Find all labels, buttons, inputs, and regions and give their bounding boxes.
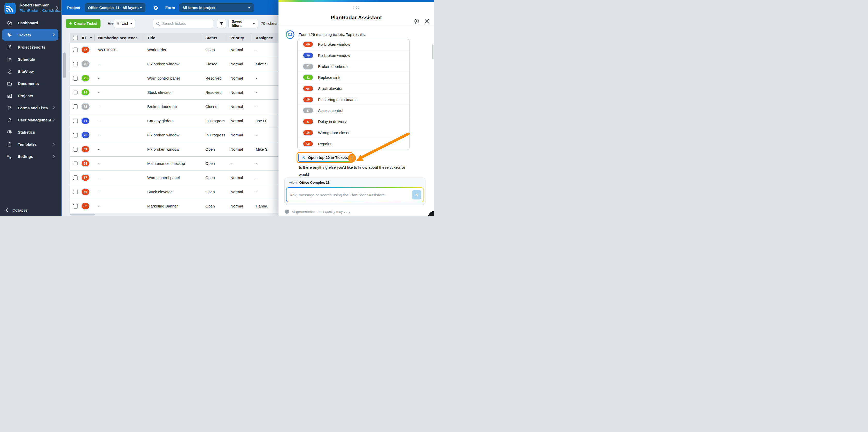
new-chat-icon[interactable] — [413, 18, 420, 24]
sort-caret-icon[interactable] — [90, 37, 92, 38]
sidebar-item-projects[interactable]: Projects — [2, 90, 58, 101]
search-input[interactable] — [162, 22, 211, 26]
account-switcher[interactable]: Robert Hammer PlanRadar - Construc... — [4, 2, 59, 15]
cell-numbering: - — [98, 104, 99, 109]
create-ticket-label: Create Ticket — [74, 22, 97, 26]
panel-scrollbar-thumb[interactable] — [432, 44, 433, 59]
ticket-id-badge[interactable]: 75 — [82, 75, 89, 81]
assistant-result-item[interactable]: 60 Repaint — [298, 138, 409, 149]
arrow-up-left-icon — [302, 156, 306, 160]
sidebar: Robert Hammer PlanRadar - Construc... Da… — [0, 0, 62, 216]
assistant-result-item[interactable]: 19 Plastering main beams — [298, 94, 409, 105]
cell-assignee: - — [256, 90, 257, 95]
row-checkbox[interactable] — [73, 133, 78, 137]
cell-assignee: - — [256, 161, 257, 165]
sidebar-collapse-button[interactable]: Collapse — [5, 208, 27, 213]
cell-priority: Normal — [230, 90, 243, 95]
row-checkbox[interactable] — [73, 161, 78, 166]
form-select[interactable]: All forms in project — [179, 3, 254, 12]
scope-value: Office Complex 11 — [299, 181, 330, 184]
project-select[interactable]: Office Complex 11 - All layers — [85, 3, 146, 12]
row-checkbox[interactable] — [73, 90, 78, 95]
sidebar-item-statistics[interactable]: Statistics — [2, 126, 58, 138]
chevron-right-icon — [53, 118, 55, 122]
drag-handle-icon[interactable] — [353, 6, 360, 9]
column-header-numbering[interactable]: Numbering sequence — [98, 36, 138, 40]
chevron-down-icon — [140, 7, 142, 8]
assistant-result-item[interactable]: 70 Fix broken window — [298, 50, 409, 61]
open-top-20-label: Open top 20 in Tickets — [308, 156, 348, 160]
ticket-id-badge[interactable]: 77 — [82, 47, 89, 53]
row-checkbox[interactable] — [73, 147, 78, 152]
cell-title: Worn control panel — [147, 176, 180, 180]
open-top-20-button[interactable]: Open top 20 in Tickets — [298, 154, 352, 162]
assistant-results-list: 69 Fix broken window 70 Fix broken windo… — [297, 39, 410, 150]
saved-filters-button[interactable]: Saved filters — [228, 19, 258, 28]
sidebar-item-documents[interactable]: Documents — [2, 78, 58, 89]
select-all-checkbox[interactable] — [73, 36, 78, 40]
filter-button[interactable] — [217, 19, 226, 28]
horizontal-scrollbar[interactable] — [70, 213, 278, 216]
ticket-id-badge[interactable]: 76 — [82, 61, 89, 67]
column-header-id[interactable]: ID — [82, 36, 86, 40]
sidebar-item-schedule[interactable]: Schedule — [2, 54, 58, 65]
result-title: Broken doorknob — [318, 64, 347, 69]
ticket-id-badge[interactable]: 68 — [82, 160, 89, 166]
row-checkbox[interactable] — [73, 48, 78, 52]
form-label: Form — [165, 5, 175, 10]
cell-numbering: - — [98, 147, 99, 151]
ticket-id-badge[interactable]: 69 — [82, 146, 89, 152]
row-checkbox[interactable] — [73, 176, 78, 180]
column-header-status[interactable]: Status — [206, 36, 217, 40]
sidebar-item-settings[interactable]: ⚙⚙Settings — [2, 151, 58, 162]
sidebar-item-user-management[interactable]: User Management — [2, 114, 58, 126]
send-button[interactable] — [412, 190, 421, 199]
assistant-input[interactable] — [290, 193, 412, 197]
horizontal-scrollbar-thumb[interactable] — [70, 214, 95, 215]
project-settings-gear-icon[interactable] — [153, 5, 159, 10]
vertical-scrollbar-thumb[interactable] — [63, 53, 66, 78]
assistant-result-item[interactable]: 66 Stuck elevator — [298, 83, 409, 94]
close-icon[interactable] — [424, 18, 430, 24]
row-checkbox[interactable] — [73, 104, 78, 109]
assistant-result-item[interactable]: 16 Wrong door closer — [298, 127, 409, 138]
sidebar-item-tickets[interactable]: Tickets — [2, 29, 58, 40]
ticket-id-badge[interactable]: 66 — [82, 189, 89, 195]
assistant-result-item[interactable]: 57 Access control — [298, 105, 409, 116]
sidebar-item-project-reports[interactable]: Project reports — [2, 41, 58, 53]
sidebar-item-label: SiteView — [18, 69, 55, 74]
assistant-result-item[interactable]: 11 Replace sink — [298, 72, 409, 83]
ticket-id-badge[interactable]: 72 — [82, 103, 89, 110]
cell-numbering: - — [98, 176, 99, 180]
vertical-scrollbar[interactable] — [63, 15, 66, 216]
assistant-result-item[interactable]: 69 Fix broken window — [298, 39, 409, 50]
create-ticket-button[interactable]: + Create Ticket — [66, 19, 100, 28]
assistant-result-item[interactable]: 72 Broken doorknob — [298, 61, 409, 72]
ticket-id-badge[interactable]: 71 — [82, 118, 89, 124]
planradar-app: Robert Hammer PlanRadar - Construc... Da… — [0, 0, 434, 216]
sidebar-item-dashboard[interactable]: Dashboard — [2, 17, 58, 28]
assistant-avatar — [286, 30, 294, 39]
row-checkbox[interactable] — [73, 76, 78, 81]
ticket-id-badge[interactable]: 70 — [82, 132, 89, 138]
chevron-down-icon — [130, 23, 132, 24]
project-reports-icon — [7, 44, 12, 50]
cell-numbering: - — [98, 76, 99, 80]
sidebar-item-forms-and-lists[interactable]: Forms and Lists — [2, 102, 58, 114]
ticket-id-badge[interactable]: 67 — [82, 175, 89, 181]
ticket-id-badge[interactable]: 62 — [82, 203, 89, 209]
cell-title: Broken doorknob — [147, 104, 177, 109]
row-checkbox[interactable] — [73, 62, 78, 66]
view-mode-select[interactable]: List — [114, 19, 135, 28]
column-header-assignee[interactable]: Assignee — [256, 36, 273, 40]
ticket-id-badge[interactable]: 74 — [82, 89, 89, 95]
assistant-result-item[interactable]: 5 Delay in delivery — [298, 116, 409, 127]
dashboard-icon — [7, 20, 12, 26]
row-checkbox[interactable] — [73, 190, 78, 194]
row-checkbox[interactable] — [73, 119, 78, 123]
row-checkbox[interactable] — [73, 204, 78, 209]
sidebar-item-templates[interactable]: Templates — [2, 138, 58, 150]
sidebar-item-siteview[interactable]: SiteView — [2, 66, 58, 77]
column-header-priority[interactable]: Priority — [230, 36, 244, 40]
column-header-title[interactable]: Title — [147, 36, 155, 40]
